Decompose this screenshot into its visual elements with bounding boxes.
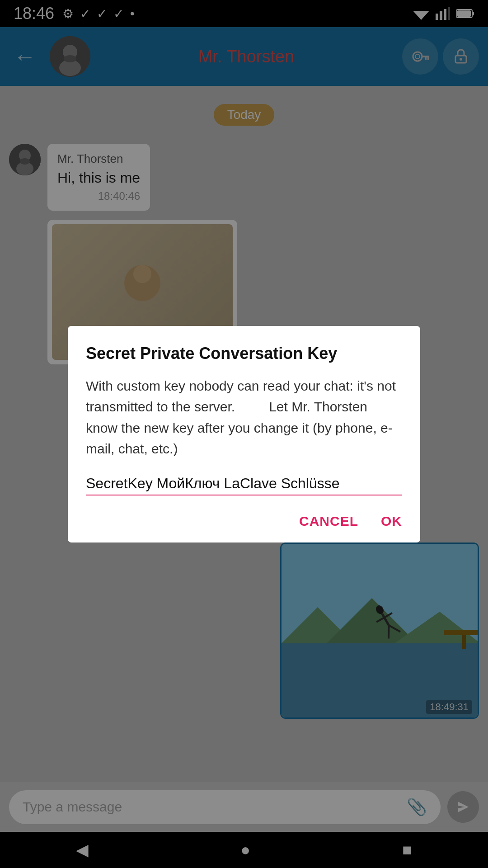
dialog-actions: CANCEL OK — [86, 514, 402, 529]
dialog-title: Secret Private Conversation Key — [86, 344, 402, 363]
cancel-button[interactable]: CANCEL — [299, 514, 358, 529]
secret-key-input[interactable] — [86, 475, 402, 492]
ok-button[interactable]: OK — [381, 514, 402, 529]
dialog-overlay: Secret Private Conversation Key With cus… — [0, 0, 488, 868]
secret-key-dialog: Secret Private Conversation Key With cus… — [68, 326, 420, 542]
dialog-body: With custom key nobody can read your cha… — [86, 376, 402, 460]
dialog-input-wrapper[interactable] — [86, 475, 402, 495]
